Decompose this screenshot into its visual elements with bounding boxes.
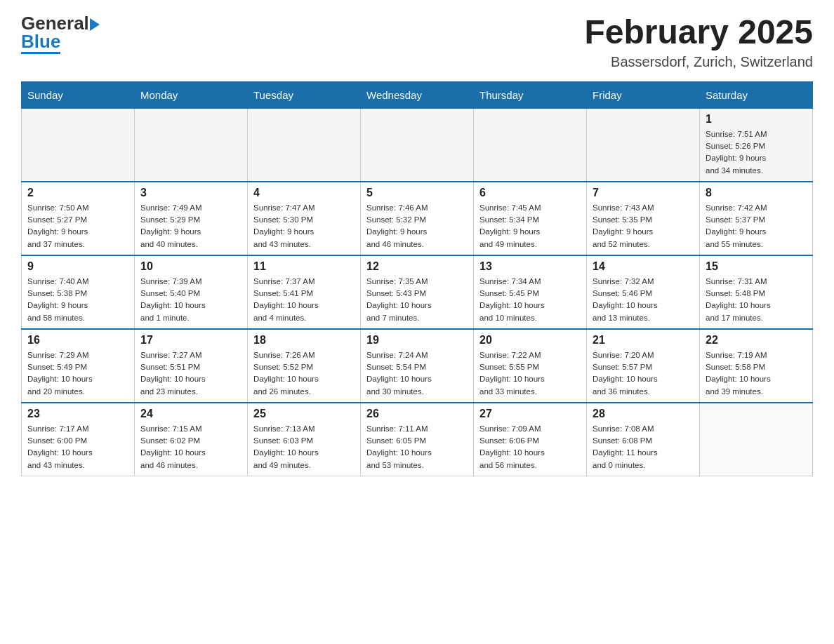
table-row: 13Sunrise: 7:34 AMSunset: 5:45 PMDayligh… xyxy=(474,255,587,329)
header-thursday: Thursday xyxy=(474,81,587,108)
day-number: 4 xyxy=(253,187,355,199)
table-row: 7Sunrise: 7:43 AMSunset: 5:35 PMDaylight… xyxy=(587,182,700,255)
day-info: Sunrise: 7:46 AMSunset: 5:32 PMDaylight:… xyxy=(366,202,468,250)
day-info: Sunrise: 7:32 AMSunset: 5:46 PMDaylight:… xyxy=(593,276,694,324)
table-row: 1Sunrise: 7:51 AMSunset: 5:26 PMDaylight… xyxy=(700,108,813,182)
table-row: 3Sunrise: 7:49 AMSunset: 5:29 PMDaylight… xyxy=(135,182,248,255)
table-row: 16Sunrise: 7:29 AMSunset: 5:49 PMDayligh… xyxy=(22,329,135,403)
day-number: 7 xyxy=(593,187,694,199)
table-row: 6Sunrise: 7:45 AMSunset: 5:34 PMDaylight… xyxy=(474,182,587,255)
header-sunday: Sunday xyxy=(22,81,135,108)
day-number: 20 xyxy=(479,334,581,347)
calendar-week-4: 16Sunrise: 7:29 AMSunset: 5:49 PMDayligh… xyxy=(22,329,813,403)
day-info: Sunrise: 7:47 AMSunset: 5:30 PMDaylight:… xyxy=(253,202,355,250)
table-row: 28Sunrise: 7:08 AMSunset: 6:08 PMDayligh… xyxy=(587,403,700,476)
day-number: 2 xyxy=(27,187,128,199)
day-number: 28 xyxy=(593,408,694,420)
header-monday: Monday xyxy=(135,81,248,108)
day-number: 15 xyxy=(706,260,807,273)
table-row: 17Sunrise: 7:27 AMSunset: 5:51 PMDayligh… xyxy=(135,329,248,403)
day-number: 25 xyxy=(253,408,355,420)
table-row: 20Sunrise: 7:22 AMSunset: 5:55 PMDayligh… xyxy=(474,329,587,403)
table-row: 14Sunrise: 7:32 AMSunset: 5:46 PMDayligh… xyxy=(587,255,700,329)
day-info: Sunrise: 7:11 AMSunset: 6:05 PMDaylight:… xyxy=(366,423,468,471)
table-row: 11Sunrise: 7:37 AMSunset: 5:41 PMDayligh… xyxy=(248,255,361,329)
day-number: 24 xyxy=(140,408,241,420)
table-row: 10Sunrise: 7:39 AMSunset: 5:40 PMDayligh… xyxy=(135,255,248,329)
month-title: February 2025 xyxy=(584,14,813,51)
day-info: Sunrise: 7:39 AMSunset: 5:40 PMDaylight:… xyxy=(140,276,241,324)
calendar-week-5: 23Sunrise: 7:17 AMSunset: 6:00 PMDayligh… xyxy=(22,403,813,476)
logo-arrow-icon xyxy=(90,18,100,31)
table-row xyxy=(248,108,361,182)
day-number: 26 xyxy=(366,408,468,420)
day-info: Sunrise: 7:43 AMSunset: 5:35 PMDaylight:… xyxy=(593,202,694,250)
day-info: Sunrise: 7:13 AMSunset: 6:03 PMDaylight:… xyxy=(253,423,355,471)
day-info: Sunrise: 7:22 AMSunset: 5:55 PMDaylight:… xyxy=(479,349,581,398)
table-row: 9Sunrise: 7:40 AMSunset: 5:38 PMDaylight… xyxy=(22,255,135,329)
table-row: 23Sunrise: 7:17 AMSunset: 6:00 PMDayligh… xyxy=(22,403,135,476)
table-row: 8Sunrise: 7:42 AMSunset: 5:37 PMDaylight… xyxy=(700,182,813,255)
day-number: 3 xyxy=(140,187,241,199)
day-number: 10 xyxy=(140,260,241,273)
table-row: 12Sunrise: 7:35 AMSunset: 5:43 PMDayligh… xyxy=(361,255,474,329)
table-row: 27Sunrise: 7:09 AMSunset: 6:06 PMDayligh… xyxy=(474,403,587,476)
table-row: 15Sunrise: 7:31 AMSunset: 5:48 PMDayligh… xyxy=(700,255,813,329)
day-info: Sunrise: 7:27 AMSunset: 5:51 PMDaylight:… xyxy=(140,349,241,398)
table-row: 5Sunrise: 7:46 AMSunset: 5:32 PMDaylight… xyxy=(361,182,474,255)
table-row xyxy=(361,108,474,182)
day-number: 1 xyxy=(706,113,807,126)
header-saturday: Saturday xyxy=(700,81,813,108)
table-row: 24Sunrise: 7:15 AMSunset: 6:02 PMDayligh… xyxy=(135,403,248,476)
header-wednesday: Wednesday xyxy=(361,81,474,108)
day-number: 11 xyxy=(253,260,355,273)
day-info: Sunrise: 7:51 AMSunset: 5:26 PMDaylight:… xyxy=(706,128,807,177)
weekday-header-row: Sunday Monday Tuesday Wednesday Thursday… xyxy=(22,81,813,108)
day-info: Sunrise: 7:35 AMSunset: 5:43 PMDaylight:… xyxy=(366,276,468,324)
calendar-week-2: 2Sunrise: 7:50 AMSunset: 5:27 PMDaylight… xyxy=(22,182,813,255)
day-number: 23 xyxy=(27,408,128,420)
day-number: 18 xyxy=(253,334,355,347)
table-row: 2Sunrise: 7:50 AMSunset: 5:27 PMDaylight… xyxy=(22,182,135,255)
logo-line1: General xyxy=(21,14,100,32)
day-info: Sunrise: 7:09 AMSunset: 6:06 PMDaylight:… xyxy=(479,423,581,471)
title-section: February 2025 Bassersdorf, Zurich, Switz… xyxy=(584,14,813,70)
day-info: Sunrise: 7:24 AMSunset: 5:54 PMDaylight:… xyxy=(366,349,468,398)
day-info: Sunrise: 7:42 AMSunset: 5:37 PMDaylight:… xyxy=(706,202,807,250)
day-info: Sunrise: 7:40 AMSunset: 5:38 PMDaylight:… xyxy=(27,276,128,324)
day-number: 13 xyxy=(479,260,581,273)
header-tuesday: Tuesday xyxy=(248,81,361,108)
day-info: Sunrise: 7:15 AMSunset: 6:02 PMDaylight:… xyxy=(140,423,241,471)
day-number: 9 xyxy=(27,260,128,273)
table-row xyxy=(700,403,813,476)
calendar-table: Sunday Monday Tuesday Wednesday Thursday… xyxy=(21,81,813,476)
day-info: Sunrise: 7:45 AMSunset: 5:34 PMDaylight:… xyxy=(479,202,581,250)
day-info: Sunrise: 7:37 AMSunset: 5:41 PMDaylight:… xyxy=(253,276,355,324)
table-row: 18Sunrise: 7:26 AMSunset: 5:52 PMDayligh… xyxy=(248,329,361,403)
calendar-week-3: 9Sunrise: 7:40 AMSunset: 5:38 PMDaylight… xyxy=(22,255,813,329)
header-friday: Friday xyxy=(587,81,700,108)
table-row xyxy=(22,108,135,182)
day-number: 22 xyxy=(706,334,807,347)
day-info: Sunrise: 7:49 AMSunset: 5:29 PMDaylight:… xyxy=(140,202,241,250)
table-row xyxy=(135,108,248,182)
table-row xyxy=(587,108,700,182)
day-info: Sunrise: 7:50 AMSunset: 5:27 PMDaylight:… xyxy=(27,202,128,250)
table-row: 19Sunrise: 7:24 AMSunset: 5:54 PMDayligh… xyxy=(361,329,474,403)
table-row: 22Sunrise: 7:19 AMSunset: 5:58 PMDayligh… xyxy=(700,329,813,403)
calendar-week-1: 1Sunrise: 7:51 AMSunset: 5:26 PMDaylight… xyxy=(22,108,813,182)
day-number: 19 xyxy=(366,334,468,347)
table-row: 21Sunrise: 7:20 AMSunset: 5:57 PMDayligh… xyxy=(587,329,700,403)
day-number: 17 xyxy=(140,334,241,347)
day-number: 27 xyxy=(479,408,581,420)
day-info: Sunrise: 7:31 AMSunset: 5:48 PMDaylight:… xyxy=(706,276,807,324)
day-number: 16 xyxy=(27,334,128,347)
day-number: 6 xyxy=(479,187,581,199)
day-info: Sunrise: 7:17 AMSunset: 6:00 PMDaylight:… xyxy=(27,423,128,471)
page-header: General Blue February 2025 Bassersdorf, … xyxy=(21,14,813,70)
logo: General Blue xyxy=(21,14,100,54)
day-number: 8 xyxy=(706,187,807,199)
day-number: 5 xyxy=(366,187,468,199)
day-info: Sunrise: 7:34 AMSunset: 5:45 PMDaylight:… xyxy=(479,276,581,324)
table-row: 26Sunrise: 7:11 AMSunset: 6:05 PMDayligh… xyxy=(361,403,474,476)
